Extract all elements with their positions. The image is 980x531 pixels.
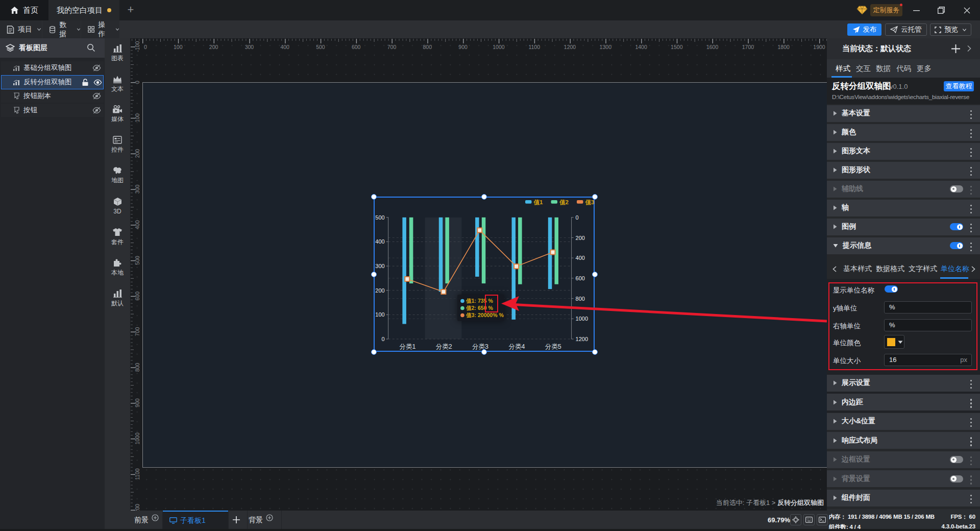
svg-text:1100: 1100 — [528, 44, 540, 50]
svg-text:1200: 1200 — [575, 336, 587, 342]
svg-text:值3:: 值3: — [465, 312, 476, 318]
svg-text:200: 200 — [209, 44, 218, 50]
svg-text:500: 500 — [375, 214, 384, 220]
svg-text:值1:: 值1: — [465, 298, 476, 304]
svg-text:400: 400 — [280, 44, 289, 50]
svg-text:1400: 1400 — [635, 44, 647, 50]
svg-text:值3: 值3 — [584, 199, 594, 205]
svg-text:1200: 1200 — [564, 44, 576, 50]
svg-text:600: 600 — [575, 275, 584, 281]
svg-text:1900: 1900 — [813, 44, 825, 50]
svg-text:100: 100 — [134, 113, 140, 123]
svg-text:1700: 1700 — [742, 44, 754, 50]
svg-text:分类2: 分类2 — [435, 343, 452, 350]
svg-text:700: 700 — [387, 44, 397, 50]
svg-text:0: 0 — [575, 214, 578, 220]
svg-text:值2: 值2 — [559, 199, 569, 205]
svg-text:1600: 1600 — [706, 44, 719, 50]
svg-text:1000: 1000 — [493, 44, 505, 50]
svg-text:400: 400 — [134, 220, 140, 229]
svg-text:-100: -100 — [134, 41, 140, 52]
svg-text:1000: 1000 — [134, 432, 140, 445]
svg-text:分类4: 分类4 — [508, 343, 525, 350]
svg-text:值2:: 值2: — [465, 305, 476, 311]
svg-text:1100: 1100 — [134, 468, 140, 480]
svg-text:500: 500 — [316, 44, 325, 50]
svg-text:分类5: 分类5 — [545, 343, 561, 350]
svg-text:300: 300 — [134, 184, 140, 194]
svg-text:1500: 1500 — [671, 44, 683, 50]
svg-text:800: 800 — [423, 44, 432, 50]
svg-text:100: 100 — [174, 44, 183, 50]
svg-text:0: 0 — [381, 336, 384, 342]
svg-text:900: 900 — [458, 44, 468, 50]
svg-text:100: 100 — [375, 311, 384, 318]
svg-text:分类3: 分类3 — [472, 343, 488, 350]
svg-text:900: 900 — [134, 398, 140, 407]
svg-text:分类1: 分类1 — [399, 343, 415, 350]
svg-text:20000% %: 20000% % — [478, 312, 504, 318]
svg-text:300: 300 — [245, 44, 254, 50]
svg-text:600: 600 — [352, 44, 361, 50]
svg-text:800: 800 — [134, 363, 140, 372]
svg-text:1800: 1800 — [778, 44, 790, 50]
svg-text:200: 200 — [375, 287, 384, 293]
svg-text:0: 0 — [144, 44, 147, 50]
svg-text:600: 600 — [134, 292, 140, 301]
svg-text:400: 400 — [575, 255, 584, 261]
svg-text:200: 200 — [134, 149, 140, 158]
svg-text:300: 300 — [375, 263, 384, 269]
svg-text:1300: 1300 — [600, 44, 612, 50]
svg-text:800: 800 — [575, 295, 584, 301]
svg-text:400: 400 — [375, 238, 384, 245]
svg-text:1200: 1200 — [134, 504, 140, 511]
svg-text:200: 200 — [575, 234, 584, 240]
svg-text:700: 700 — [134, 327, 140, 336]
svg-text:0: 0 — [134, 81, 140, 84]
svg-text:1000: 1000 — [575, 316, 587, 322]
svg-text:500: 500 — [134, 256, 140, 265]
svg-text:值1: 值1 — [533, 199, 543, 205]
